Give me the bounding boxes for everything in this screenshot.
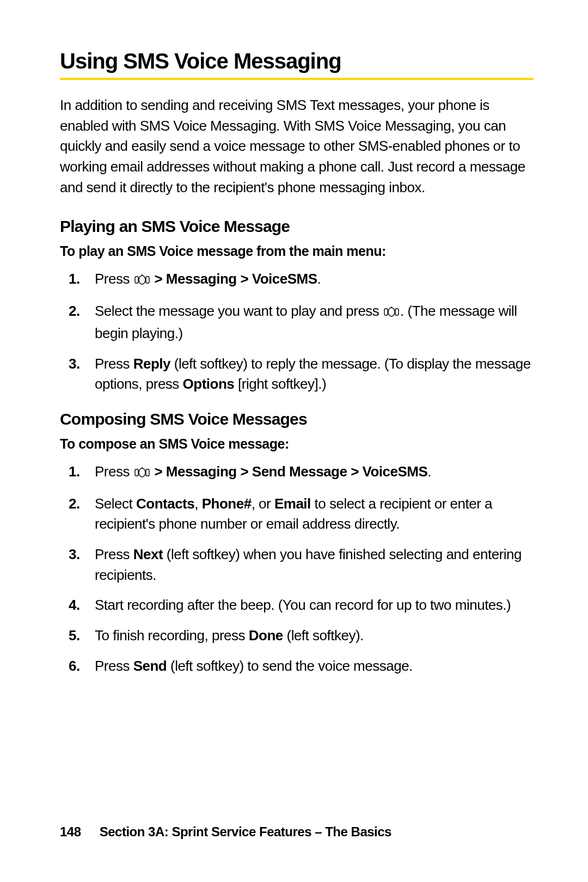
step-number: 1. (69, 269, 80, 290)
menu-path: > Messaging > VoiceSMS (151, 271, 317, 287)
step-text: Press (95, 463, 133, 480)
nav-key-icon (134, 271, 150, 291)
nav-key-icon (384, 303, 399, 323)
svg-rect-7 (395, 309, 399, 315)
svg-rect-0 (135, 277, 138, 283)
label-playing: To play an SMS Voice message from the ma… (60, 243, 534, 259)
step-text: Select the message you want to play and … (95, 303, 383, 319)
bold-email: Email (274, 495, 311, 512)
subhead-composing: Composing SMS Voice Messages (60, 410, 534, 428)
subhead-playing: Playing an SMS Voice Message (60, 217, 534, 236)
step-item: 6. Press Send (left softkey) to send the… (95, 656, 534, 677)
step-item: 4. Start recording after the beep. (You … (95, 595, 534, 616)
step-number: 2. (69, 494, 80, 514)
label-composing: To compose an SMS Voice message: (60, 436, 534, 452)
bold-options: Options (183, 376, 235, 392)
svg-rect-11 (146, 469, 149, 476)
step-number: 3. (69, 544, 80, 565)
bold-contacts: Contacts (136, 495, 194, 512)
step-text: . (427, 463, 431, 480)
step-number: 1. (69, 462, 80, 482)
step-text: To finish recording, press (95, 627, 249, 644)
step-text: . (317, 271, 321, 287)
step-item: 1. Press > Messaging > VoiceSMS. (95, 269, 534, 291)
step-text: Start recording after the beep. (You can… (95, 597, 511, 613)
step-number: 6. (69, 656, 80, 677)
step-number: 2. (69, 301, 80, 322)
bold-done: Done (249, 627, 283, 644)
intro-paragraph: In addition to sending and receiving SMS… (60, 95, 534, 198)
step-text: Press (95, 546, 133, 562)
svg-rect-3 (146, 277, 149, 283)
nav-key-icon (134, 463, 150, 484)
footer-text: Section 3A: Sprint Service Features – Th… (100, 824, 391, 839)
step-number: 3. (69, 354, 80, 375)
step-text: (left softkey). (283, 627, 364, 644)
svg-rect-8 (135, 469, 138, 476)
step-text: [right softkey].) (234, 376, 326, 392)
step-text: (left softkey) to send the voice message… (167, 658, 413, 674)
step-text: Press (95, 356, 133, 372)
page-footer: 148 Section 3A: Sprint Service Features … (60, 824, 391, 840)
step-item: 2. Select Contacts, Phone#, or Email to … (95, 494, 534, 535)
step-item: 3. Press Next (left softkey) when you ha… (95, 544, 534, 585)
manual-page: Using SMS Voice Messaging In addition to… (0, 0, 588, 882)
svg-point-9 (139, 468, 145, 477)
steps-composing: 1. Press > Messaging > Send Message > Vo… (60, 462, 534, 677)
bold-send: Send (133, 658, 167, 674)
svg-point-1 (139, 275, 145, 284)
step-number: 4. (69, 595, 80, 616)
bold-next: Next (133, 546, 163, 562)
step-item: 2. Select the message you want to play a… (95, 301, 534, 344)
step-text: , (194, 495, 201, 512)
svg-point-5 (388, 308, 395, 316)
step-text: , or (252, 495, 274, 512)
page-number: 148 (60, 824, 81, 839)
step-text: Select (95, 495, 136, 512)
bold-phone: Phone# (202, 495, 252, 512)
step-item: 3. Press Reply (left softkey) to reply t… (95, 354, 534, 395)
step-item: 5. To finish recording, press Done (left… (95, 626, 534, 646)
page-title: Using SMS Voice Messaging (60, 49, 534, 80)
step-item: 1. Press > Messaging > Send Message > Vo… (95, 462, 534, 484)
step-text: Press (95, 271, 133, 287)
menu-path: > Messaging > Send Message > VoiceSMS (151, 463, 428, 480)
step-number: 5. (69, 626, 80, 646)
step-text: Press (95, 658, 133, 674)
steps-playing: 1. Press > Messaging > VoiceSMS. 2. Sele… (60, 269, 534, 394)
bold-reply: Reply (133, 356, 170, 372)
svg-rect-4 (384, 309, 388, 315)
